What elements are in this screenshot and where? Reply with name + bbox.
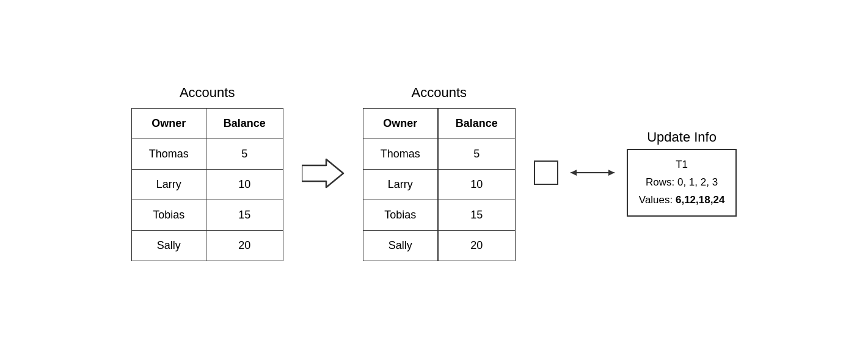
update-info-title: Update Info	[647, 129, 717, 145]
owner-cell: Tobias	[131, 200, 206, 231]
owner-cell: Sally	[363, 231, 437, 261]
right-table-title: Accounts	[412, 85, 467, 101]
owner-cell: Sally	[131, 231, 206, 261]
balance-cell: 15	[206, 200, 283, 231]
update-info-section: Update Info T1 Rows: 0, 1, 2, 3 Values: …	[627, 129, 737, 217]
svg-marker-2	[571, 170, 577, 176]
balance-cell: 10	[206, 170, 283, 200]
svg-marker-3	[608, 170, 615, 176]
right-balance-table: Balance 5101520	[438, 108, 516, 261]
main-container: Accounts Owner Balance Thomas5Larry10Tob…	[131, 85, 737, 261]
update-values-prefix: Values:	[639, 194, 676, 206]
bidirectional-section: Update Info T1 Rows: 0, 1, 2, 3 Values: …	[534, 129, 737, 217]
balance-cell: 10	[438, 170, 515, 200]
balance-cell: 5	[206, 139, 283, 170]
split-tables-container: Owner ThomasLarryTobiasSally Balance 510…	[363, 108, 516, 261]
table-row: Sally20	[131, 231, 283, 261]
right-owner-header: Owner	[363, 109, 437, 139]
table-row: Larry10	[131, 170, 283, 200]
update-values: Values: 6,12,18,24	[639, 192, 725, 209]
table-row: Sally	[363, 231, 437, 261]
update-transaction: T1	[639, 156, 725, 174]
table-row: 5	[438, 139, 515, 170]
right-owner-table: Owner ThomasLarryTobiasSally	[363, 108, 438, 261]
small-box	[534, 160, 558, 185]
table-row: 10	[438, 170, 515, 200]
table-row: 20	[438, 231, 515, 261]
owner-cell: Tobias	[363, 200, 437, 231]
left-table-owner-header: Owner	[131, 109, 206, 139]
owner-cell: Larry	[131, 170, 206, 200]
balance-cell: 5	[438, 139, 515, 170]
owner-cell: Thomas	[363, 139, 437, 170]
table-row: Tobias	[363, 200, 437, 231]
update-info-box: T1 Rows: 0, 1, 2, 3 Values: 6,12,18,24	[627, 149, 737, 217]
right-balance-header: Balance	[438, 109, 515, 139]
transform-arrow	[302, 158, 345, 189]
owner-cell: Larry	[363, 170, 437, 200]
balance-cell: 20	[438, 231, 515, 261]
bidirectional-arrow-icon	[568, 165, 617, 180]
table-row: Thomas	[363, 139, 437, 170]
table-row: Thomas5	[131, 139, 283, 170]
table-row: 15	[438, 200, 515, 231]
left-table: Owner Balance Thomas5Larry10Tobias15Sall…	[131, 108, 283, 261]
balance-cell: 20	[206, 231, 283, 261]
update-rows: Rows: 0, 1, 2, 3	[639, 174, 725, 192]
owner-cell: Thomas	[131, 139, 206, 170]
table-row: Larry	[363, 170, 437, 200]
left-table-section: Accounts Owner Balance Thomas5Larry10Tob…	[131, 85, 283, 261]
left-table-title: Accounts	[180, 85, 235, 101]
left-table-balance-header: Balance	[206, 109, 283, 139]
svg-marker-0	[302, 159, 343, 187]
table-row: Tobias15	[131, 200, 283, 231]
right-arrow-icon	[302, 158, 345, 189]
update-values-bold: 6,12,18,24	[676, 194, 724, 206]
balance-cell: 15	[438, 200, 515, 231]
right-table-section: Accounts Owner ThomasLarryTobiasSally Ba…	[363, 85, 516, 261]
